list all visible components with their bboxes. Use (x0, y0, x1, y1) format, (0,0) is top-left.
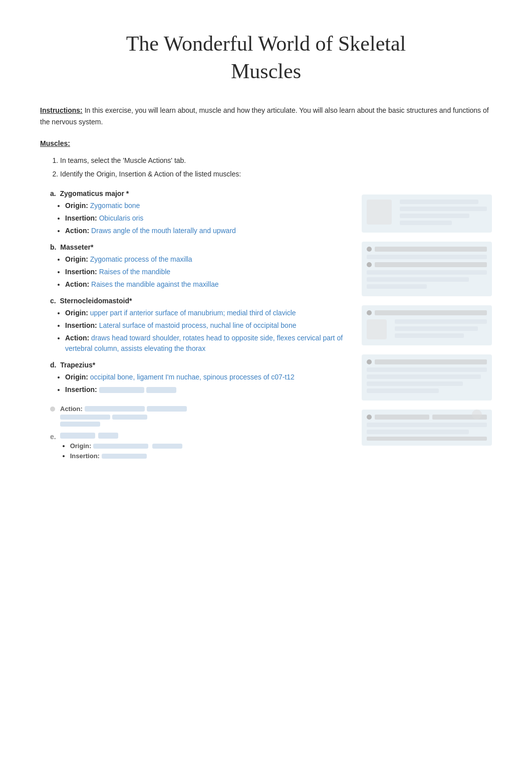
muscle-b-origin-value: Zygomatic process of the maxilla (90, 255, 192, 263)
img-label-5 (375, 415, 429, 420)
muscles-heading: Muscles: (40, 139, 492, 147)
muscle-d-insertion: Insertion: (65, 384, 347, 395)
image-box-4 (362, 354, 492, 401)
image-column (362, 189, 492, 460)
muscle-b-insertion: Insertion: Raises of the mandible (65, 267, 347, 277)
instructions-section: Instructions: In this exercise, you will… (40, 105, 492, 127)
img-sub-5 (367, 437, 487, 441)
thumbnail-1 (367, 200, 392, 225)
muscle-c-details: Origin: upper part if anterior surface o… (65, 308, 347, 354)
img-label-4 (375, 359, 487, 364)
muscle-e-blurred: e. Origin: (50, 433, 347, 460)
scroll-indicator[interactable] (472, 410, 482, 420)
muscle-d-origin-value: occipital bone, ligament I'm nuchae, spi… (90, 373, 295, 381)
muscle-c-name: c. Sternocleidomastoid* (50, 297, 347, 305)
muscle-list: a. Zygomaticus major * Origin: Zygomatic… (50, 189, 347, 395)
muscle-a: a. Zygomaticus major * Origin: Zygomatic… (50, 189, 347, 236)
footer-blurred-section: Action: e. (50, 405, 347, 460)
img-dot-2 (367, 247, 372, 252)
muscle-c-origin-value: upper part if anterior surface of manubr… (90, 309, 296, 317)
muscle-d-origin: Origin: occipital bone, ligament I'm nuc… (65, 372, 347, 382)
muscle-d-insertion-blurred (99, 387, 176, 393)
step-1: In teams, select the 'Muscle Actions' ta… (60, 155, 492, 166)
muscle-e-name-blurred (60, 433, 182, 439)
muscle-a-name: a. Zygomaticus major * (50, 189, 347, 198)
img-dot-3 (367, 310, 372, 315)
muscle-b: b. Masseter* Origin: Zygomatic process o… (50, 243, 347, 290)
muscle-b-action: Action: Raises the mandible against the … (65, 279, 347, 290)
thumbnail-3 (367, 319, 387, 339)
image-lines-1 (400, 200, 487, 228)
muscle-c-insertion: Insertion: Lateral surface of mastoid pr… (65, 320, 347, 331)
muscle-a-action: Action: Draws angle of the mouth lateral… (65, 226, 347, 236)
muscle-d: d. Trapezius* Origin: occipital bone, li… (50, 361, 347, 395)
img-label-2 (375, 247, 487, 252)
img-dot-5 (367, 415, 372, 420)
muscle-d-details: Origin: occipital bone, ligament I'm nuc… (65, 372, 347, 395)
muscle-b-details: Origin: Zygomatic process of the maxilla… (65, 254, 347, 290)
instructions-label: Instructions: (40, 106, 83, 114)
image-placeholder-group (362, 194, 492, 446)
footer-dot-1 (50, 407, 55, 412)
image-box-1 (362, 194, 492, 233)
muscle-c: c. Sternocleidomastoid* Origin: upper pa… (50, 297, 347, 354)
main-content: a. Zygomaticus major * Origin: Zygomatic… (40, 189, 492, 460)
footer-lines-1: Action: (60, 405, 187, 427)
muscle-b-name: b. Masseter* (50, 243, 347, 251)
page-title: The Wonderful World of Skeletal Muscles (40, 30, 492, 85)
muscle-b-insertion-value: Raises of the mandible (99, 268, 170, 276)
muscle-c-action-value: draws head toward shoulder, rotates head… (65, 334, 343, 352)
img-dot-2b (367, 262, 372, 267)
muscle-e-bullets-blurred: Origin: Insertion: (70, 442, 182, 460)
numbered-list: In teams, select the 'Muscle Actions' ta… (60, 155, 492, 179)
image-lines-3 (395, 319, 487, 340)
muscle-a-details: Origin: Zygomatic bone Insertion: Obicul… (65, 201, 347, 236)
footer-item-1: Action: (50, 405, 347, 427)
text-column: a. Zygomaticus major * Origin: Zygomatic… (40, 189, 347, 460)
image-box-3 (362, 305, 492, 345)
img-label-3 (375, 310, 487, 315)
muscle-d-name: d. Trapezius* (50, 361, 347, 369)
muscle-a-action-value: Draws angle of the mouth laterally and u… (91, 227, 236, 235)
muscle-b-origin: Origin: Zygomatic process of the maxilla (65, 254, 347, 265)
img-dot-4 (367, 359, 372, 364)
muscle-b-action-value: Raises the mandible against the maxillae (91, 280, 218, 288)
muscle-a-origin-value: Zygomatic bone (90, 202, 140, 210)
instructions-text: In this exercise, you will learn about, … (40, 106, 489, 125)
image-box-2 (362, 242, 492, 296)
page-wrapper: The Wonderful World of Skeletal Muscles … (40, 30, 492, 460)
muscle-c-action: Action: draws head toward shoulder, rota… (65, 333, 347, 354)
muscle-c-insertion-value: Lateral surface of mastoid process, nuch… (99, 321, 297, 329)
muscle-a-insertion-value: Obicularis oris (99, 214, 144, 222)
img-label-2b (375, 262, 487, 267)
muscle-c-origin: Origin: upper part if anterior surface o… (65, 308, 347, 318)
step-2: Identify the Origin, Insertion & Action … (60, 169, 492, 179)
muscle-a-insertion: Insertion: Obicularis oris (65, 213, 347, 224)
muscle-a-origin: Origin: Zygomatic bone (65, 201, 347, 211)
